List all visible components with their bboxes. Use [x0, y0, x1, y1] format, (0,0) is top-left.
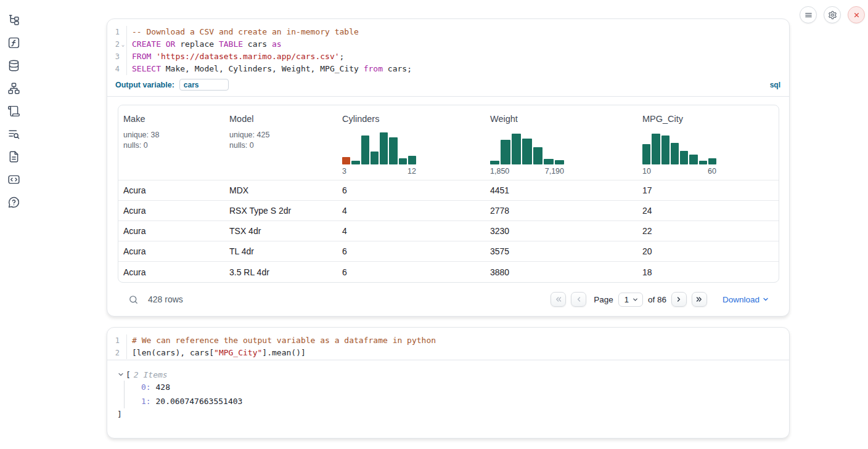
histogram-bar [351, 161, 359, 164]
table-cell: TL 4dr [224, 246, 337, 256]
code-token [151, 52, 156, 61]
histogram-bar [555, 160, 564, 164]
settings-button[interactable] [824, 6, 841, 23]
table-cell: Acura [118, 246, 224, 256]
tree-item-value: 20.060747663551403 [151, 397, 243, 406]
histogram-bars [342, 132, 416, 164]
code-line: 2[len(cars), cars["MPG_City"].mean()] [107, 347, 789, 359]
menu-button[interactable] [800, 6, 817, 23]
histogram-bar [544, 159, 553, 164]
sidebar-function-button[interactable] [7, 36, 21, 49]
first-page-button[interactable] [551, 292, 566, 307]
chevron-down-icon [632, 296, 639, 303]
sidebar-help-button[interactable] [7, 195, 21, 209]
tree-item-key: 1: [141, 397, 151, 406]
fold-spacer [120, 26, 126, 38]
code-token: -- Download a CSV and create an in-memor… [132, 27, 359, 36]
line-number: 4 [107, 63, 120, 75]
pagination: Page 1 of 86 Download [551, 292, 769, 307]
histogram-min-label: 1,850 [490, 167, 509, 176]
column-name[interactable]: Cylinders [342, 114, 379, 124]
table-cell: 3880 [485, 267, 637, 277]
output-variable-label: Output variable: [115, 81, 174, 89]
output-variable-input[interactable] [179, 79, 229, 91]
table-cell: 6 [337, 267, 485, 277]
table-cell: 17 [637, 185, 779, 195]
sidebar-snippets-button[interactable] [7, 172, 21, 186]
histogram-bar [371, 152, 379, 164]
column-histogram: 1060 [642, 132, 716, 176]
table-row[interactable]: AcuraRSX Type S 2dr4277824 [118, 201, 779, 221]
histogram-bar [490, 161, 499, 164]
sidebar-network-button[interactable] [7, 81, 21, 95]
table-search-button[interactable] [128, 294, 139, 305]
table-cell: 3.5 RL 4dr [224, 267, 337, 277]
column-histogram: 312 [342, 132, 416, 176]
table-row[interactable]: AcuraTSX 4dr4323022 [118, 221, 779, 241]
sidebar-file-tree-button[interactable] [7, 13, 21, 26]
sidebar-document-button[interactable] [7, 150, 21, 163]
histogram-axis-labels: 1060 [642, 167, 716, 176]
column-name[interactable]: Make [123, 114, 145, 124]
code-token: [len(cars), cars[ [132, 348, 214, 357]
table-cell: 2778 [485, 206, 637, 216]
table-cell: Acura [118, 185, 224, 195]
histogram-bar [680, 151, 688, 164]
close-icon [852, 10, 861, 20]
code-text: # We can reference the output variable a… [132, 334, 436, 347]
histogram-bar [408, 156, 416, 164]
tree-close-bracket: ] [117, 408, 779, 420]
histogram-bar [661, 136, 669, 164]
last-page-button[interactable] [692, 292, 707, 307]
histogram-min-label: 3 [342, 167, 346, 176]
hamburger-icon [804, 10, 813, 20]
code-token [161, 39, 166, 49]
code-text: [len(cars), cars["MPG_City"].mean()] [132, 347, 306, 359]
column-name[interactable]: MPG_City [642, 114, 683, 124]
tree-items: 0: 4281: 20.060747663551403 [124, 381, 779, 408]
table-cell: 3230 [485, 226, 637, 236]
table-row[interactable]: AcuraTL 4dr6357520 [118, 241, 779, 262]
table-cell: MDX [224, 185, 337, 195]
table-cell: 18 [637, 267, 779, 277]
column-name[interactable]: Weight [490, 114, 518, 124]
code-line: 4SELECT Make, Model, Cylinders, Weight, … [107, 63, 789, 75]
line-number: 3 [107, 51, 120, 63]
sidebar-table-search-button[interactable] [7, 127, 21, 140]
download-label: Download [723, 295, 760, 304]
page-select[interactable]: 1 [618, 293, 643, 307]
histogram-bar [512, 134, 521, 164]
column-header-cylinders: Cylinders312 [337, 105, 485, 180]
network-icon [7, 82, 21, 95]
histogram-axis-labels: 1,8507,190 [490, 167, 564, 176]
table-footer: 428 rows Page 1 of 86 Download [118, 283, 779, 307]
collapse-chevron-icon[interactable] [117, 371, 125, 378]
page-label: Page [594, 295, 613, 304]
table-row[interactable]: AcuraMDX6445117 [118, 180, 779, 201]
top-actions [800, 6, 865, 23]
code-token: SELECT [132, 64, 161, 73]
table-row[interactable]: Acura3.5 RL 4dr6388018 [118, 262, 779, 282]
column-stats: unique: 425nulls: 0 [229, 130, 337, 151]
sidebar-scroll-button[interactable] [7, 104, 21, 118]
column-name[interactable]: Model [229, 114, 254, 124]
python-code-editor[interactable]: 1# We can reference the output variable … [107, 328, 789, 360]
column-stat: nulls: 0 [229, 140, 337, 151]
page-total-label: of 86 [648, 295, 666, 304]
code-token: cars; [383, 64, 412, 73]
table-cell: Acura [118, 226, 224, 236]
code-line: 1# We can reference the output variable … [107, 334, 789, 347]
fold-chevron-icon[interactable]: ⌄ [120, 38, 126, 51]
code-token: from [364, 64, 383, 73]
column-header-weight: Weight1,8507,190 [485, 105, 637, 180]
close-button[interactable] [848, 6, 865, 23]
gutter-divider [126, 347, 127, 359]
tree-root-row: [ 2 Items [117, 368, 779, 381]
code-token: FROM [132, 52, 151, 61]
next-page-button[interactable] [671, 292, 687, 307]
prev-page-button[interactable] [571, 292, 586, 307]
line-number: 1 [107, 334, 120, 347]
sql-code-editor[interactable]: 1-- Download a CSV and create an in-memo… [107, 19, 789, 76]
sidebar-database-button[interactable] [7, 59, 21, 72]
download-button[interactable]: Download [723, 295, 769, 304]
